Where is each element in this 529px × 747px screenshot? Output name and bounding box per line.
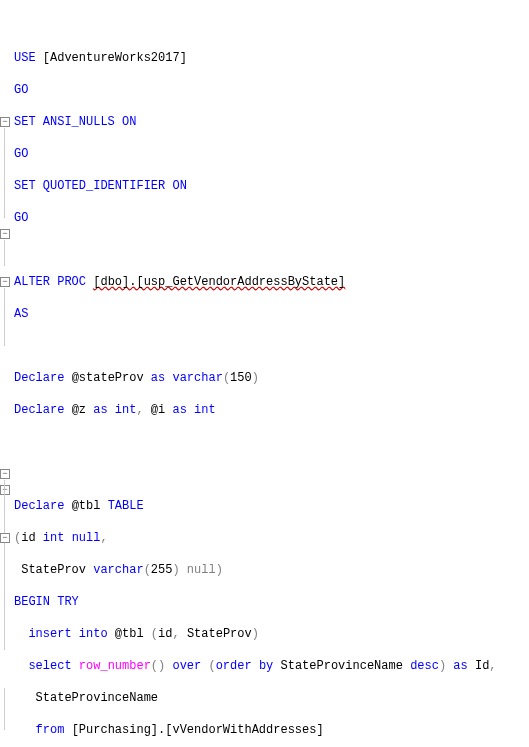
- fold-toggle[interactable]: [0, 485, 10, 495]
- fold-toggle[interactable]: [0, 277, 10, 287]
- code-line[interactable]: GO: [14, 146, 529, 162]
- fold-toggle[interactable]: [0, 469, 10, 479]
- code-line[interactable]: Declare @stateProv as varchar(150): [14, 370, 529, 386]
- code-line[interactable]: from [Purchasing].[vVendorWithAddresses]: [14, 722, 529, 738]
- code-line[interactable]: Declare @z as int, @i as int: [14, 402, 529, 418]
- fold-toggle[interactable]: [0, 117, 10, 127]
- code-line[interactable]: select row_number() over (order by State…: [14, 658, 529, 674]
- code-line[interactable]: [14, 466, 529, 482]
- code-line[interactable]: AS: [14, 306, 529, 322]
- code-line[interactable]: [14, 242, 529, 258]
- code-line[interactable]: insert into @tbl (id, StateProv): [14, 626, 529, 642]
- outline-gutter: [0, 2, 12, 210]
- code-line[interactable]: SET QUOTED_IDENTIFIER ON: [14, 178, 529, 194]
- code-line[interactable]: (id int null,: [14, 530, 529, 546]
- code-line[interactable]: BEGIN TRY: [14, 594, 529, 610]
- code-line[interactable]: StateProvinceName: [14, 690, 529, 706]
- code-line[interactable]: ALTER PROC [dbo].[usp_GetVendorAddressBy…: [14, 274, 529, 290]
- code-line[interactable]: USE [AdventureWorks2017]: [14, 50, 529, 66]
- code-line[interactable]: SET ANSI_NULLS ON: [14, 114, 529, 130]
- code-line[interactable]: Declare @tbl TABLE: [14, 498, 529, 514]
- code-line[interactable]: [14, 434, 529, 450]
- fold-toggle[interactable]: [0, 533, 10, 543]
- fold-toggle[interactable]: [0, 229, 10, 239]
- sql-editor[interactable]: USE [AdventureWorks2017] GO SET ANSI_NUL…: [0, 0, 529, 747]
- code-line[interactable]: StateProv varchar(255) null): [14, 562, 529, 578]
- code-line[interactable]: [14, 338, 529, 354]
- code-line[interactable]: GO: [14, 210, 529, 226]
- code-line[interactable]: GO: [14, 82, 529, 98]
